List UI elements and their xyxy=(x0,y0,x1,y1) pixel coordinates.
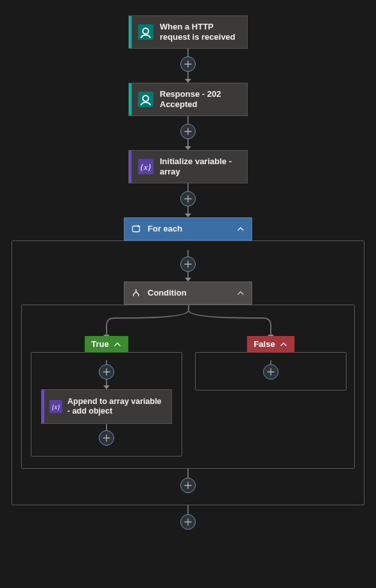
initvar-label: Initialize variable - array xyxy=(160,156,241,176)
initvar-card[interactable]: {x} Initialize variable - array xyxy=(128,150,248,183)
chevron-up-icon xyxy=(279,340,288,349)
foreach-label: For each xyxy=(148,224,230,234)
false-branch: False xyxy=(195,336,346,391)
variable-icon: {x} xyxy=(49,400,62,413)
trigger-card[interactable]: When a HTTP request is received xyxy=(128,15,248,49)
append-label: Append to array variable - add object xyxy=(67,397,166,416)
svg-rect-3 xyxy=(133,226,140,232)
chevron-up-icon xyxy=(113,340,122,349)
add-step-button[interactable] xyxy=(263,364,278,380)
add-step-button[interactable] xyxy=(180,514,196,530)
connector xyxy=(187,49,189,56)
svg-text:{x}: {x} xyxy=(141,162,151,172)
condition-label: Condition xyxy=(148,288,230,298)
true-branch: True xyxy=(31,336,182,457)
foreach-header[interactable]: For each xyxy=(124,217,252,240)
connector xyxy=(187,250,189,256)
svg-point-0 xyxy=(143,28,149,34)
false-label: False xyxy=(253,339,275,349)
add-step-button[interactable] xyxy=(180,256,196,272)
true-container: {x} Append to array variable - add objec… xyxy=(31,352,182,457)
append-card[interactable]: {x} Append to array variable - add objec… xyxy=(41,389,172,424)
variable-icon: {x} xyxy=(138,159,153,174)
foreach-container: Condition True xyxy=(12,240,364,505)
true-label: True xyxy=(91,339,108,349)
connector xyxy=(187,116,189,124)
chevron-up-icon xyxy=(236,289,245,298)
true-badge[interactable]: True xyxy=(85,336,128,352)
connector xyxy=(106,424,107,430)
false-badge[interactable]: False xyxy=(247,336,294,352)
connector xyxy=(187,469,189,478)
condition-container: True xyxy=(21,305,355,469)
add-step-button[interactable] xyxy=(99,364,114,380)
add-step-button[interactable] xyxy=(180,191,196,206)
http-icon xyxy=(138,24,153,40)
response-icon xyxy=(138,92,153,107)
branch-row: True xyxy=(31,336,345,457)
response-card[interactable]: Response - 202 Accepted xyxy=(128,83,248,116)
response-label: Response - 202 Accepted xyxy=(160,89,241,109)
loop-icon xyxy=(131,224,141,234)
add-step-button[interactable] xyxy=(180,124,196,139)
connector xyxy=(187,183,189,191)
add-step-button[interactable] xyxy=(180,478,196,493)
trigger-label: When a HTTP request is received xyxy=(160,22,241,42)
connector xyxy=(187,505,189,514)
branch-icon xyxy=(131,288,141,298)
svg-point-1 xyxy=(143,96,149,101)
branch-connector xyxy=(31,305,346,336)
svg-text:{x}: {x} xyxy=(52,403,60,410)
condition-header[interactable]: Condition xyxy=(124,281,252,305)
chevron-up-icon xyxy=(236,224,245,233)
false-container xyxy=(195,352,346,391)
add-step-button[interactable] xyxy=(180,56,196,72)
add-step-button[interactable] xyxy=(99,430,114,446)
